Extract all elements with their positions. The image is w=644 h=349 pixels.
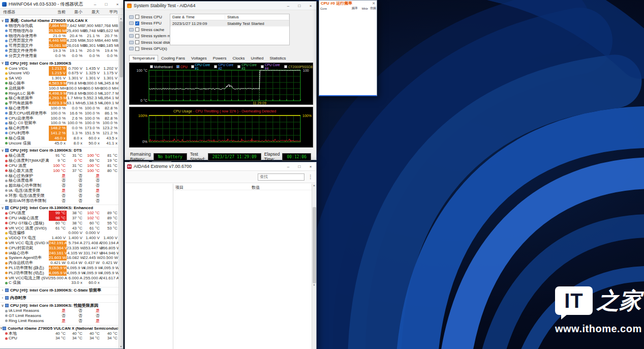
hwinfo-row[interactable]: VR VCC电流上限 (SVID)255.000 A6.000 A255.000…	[0, 276, 118, 281]
checkbox[interactable]	[150, 65, 153, 68]
hwinfo-row[interactable]: 环形: 电压/温度受限否否否	[0, 193, 118, 198]
hwinfo-row[interactable]: IA: 电压/温度受限是否是	[0, 188, 118, 193]
close-icon[interactable]: ✕	[372, 2, 375, 6]
expand-arrow-icon[interactable]: ›	[0, 288, 5, 292]
hwinfo-row[interactable]: 最大CPU/线程使用率100.0 %16.6 %100.0 %86.1 %	[0, 111, 118, 116]
hwinfo-row[interactable]: CPU封装功耗313.364 W23.335 W353.447 W266.805…	[0, 246, 118, 251]
checkbox[interactable]	[284, 65, 287, 68]
legend-item[interactable]: CPU Core #3	[237, 63, 257, 70]
col-status[interactable]: Status	[225, 15, 289, 19]
close-button[interactable]: ×	[305, 162, 316, 170]
minimize-button[interactable]: –	[89, 0, 101, 8]
hwinfo-row[interactable]: C 倍频33.0 x60.0 x	[0, 280, 118, 285]
hwinfo-row[interactable]: Uncore VID1.215 V0.675 V1.325 V1.175 V	[0, 71, 118, 76]
hwinfo-row[interactable]: 核心最大温度100 °C37 °C100 °C80 °C	[0, 168, 118, 173]
checkbox[interactable]	[191, 65, 194, 68]
col-current[interactable]: 当前	[49, 9, 67, 15]
hwinfo-row[interactable]: VDDQ TX 电压1.400 V1.400 V1.400 V1.400 V	[0, 236, 118, 241]
hwinfo-row[interactable]: 电压偏移0.000 V0.000 V	[0, 230, 118, 236]
col-item[interactable]: 项目	[173, 185, 250, 190]
hwinfo-row[interactable]: 核心温度临界否否否	[0, 178, 118, 183]
hwinfo-row[interactable]: SA VID1.301 V1.301 V1.301 V1.301 V	[0, 76, 118, 81]
minimize-button[interactable]: –	[283, 2, 294, 10]
legend-item[interactable]: CPU Core #2	[214, 63, 234, 70]
close-button[interactable]: ×	[112, 0, 123, 8]
hwinfo-row[interactable]: 页面文件使用率19.3 %19.1 %20.0 %19.4 %	[0, 48, 118, 53]
hwinfo-scrollbar[interactable]: ▲▼	[118, 16, 123, 348]
hwinfo-row[interactable]: CPU 温度100 °C31 °C100 °C81 °C	[0, 163, 118, 168]
col-min[interactable]: 最小	[67, 9, 83, 15]
hwinfo-section-header[interactable]: ›CPU [#0]: Intel Core i9-13900KS: C-Stat…	[0, 287, 118, 293]
hwinfo-row[interactable]: CPU总使用率100.0 %2.6 %100.0 %82.8 %	[0, 116, 118, 121]
hwinfo-titlebar[interactable]: HWiNFO64 v8.03-5330 - 传感器状态 – □ ×	[0, 0, 123, 9]
hwinfo-section-header[interactable]: ∨系统: Colorful iGame Z790D5 VULCAN X	[0, 17, 118, 23]
hwinfo-section-header[interactable]: ∨Colorful iGame Z790D5 VULCAN X (Nationa…	[0, 325, 118, 331]
hwinfo-row[interactable]: PL1功率限制 (静态)4,095.9 W4,095.9 W4,095.9 W4…	[0, 266, 118, 271]
hwinfo-row[interactable]: 分页文件使用量0.0 %0.0 %0.0 %0.0 %	[0, 53, 118, 59]
tab-voltages[interactable]: Voltages	[188, 55, 210, 62]
hwinfo-row[interactable]: 核心有效频率4,293.5 M...1.7 MHz5,552.3 M...3,9…	[0, 96, 118, 101]
hwinfo-row[interactable]: VR VCC 电流 (SVID IOUT)242.191 A5.794 A271…	[0, 241, 118, 246]
expand-arrow-icon[interactable]: ∨	[0, 206, 5, 210]
maximize-button[interactable]: □	[294, 162, 305, 170]
checkbox[interactable]	[135, 34, 139, 38]
hwinfo-row[interactable]: 超出IA/环形功率限制否否否	[0, 198, 118, 203]
tab-clocks[interactable]: Clocks	[229, 55, 248, 62]
hwinfo-row[interactable]: Uncore 倍频45.0 x8.0 x50.0 x41.1 x	[0, 141, 118, 146]
hwinfo-section-header[interactable]: ∨CPU [#0]: Intel Core i9-13900KS: DTS	[0, 147, 118, 153]
hwinfo-row[interactable]: 核心利用率148.2 %0.0 %173.0 %123.2 %	[0, 126, 118, 131]
tab-temperature[interactable]: Temperature	[129, 55, 158, 62]
col-value[interactable]: 数值	[250, 185, 316, 190]
corefreq-titlebar[interactable]: CPU #0 运行频率 ✕	[319, 1, 377, 6]
col-datetime[interactable]: Date & Time	[170, 15, 225, 19]
hwinfo-row[interactable]: 平均有效频率4,023.3 M...63.1 MHz5,138.5 M...4,…	[0, 101, 118, 106]
hwinfo-row[interactable]: 总线频率100.0 MHz100.0 MHz100.0 MHz100.0 MHz	[0, 86, 118, 91]
sst-titlebar[interactable]: System Stability Test - AIDA64 – □ ×	[125, 2, 316, 10]
aida-titlebar[interactable]: 64 AIDA64 Extreme v7.00.6700 – □ ×	[125, 162, 316, 171]
minimize-button[interactable]: –	[283, 162, 294, 170]
hwinfo-row[interactable]: 超出核心功率限制否否否	[0, 183, 118, 188]
hwinfo-section-header[interactable]: ∨CPU [#0]: Intel Core i9-13900KS	[0, 60, 118, 66]
expand-arrow-icon[interactable]: ∨	[0, 19, 5, 23]
tab-powers[interactable]: Powers	[210, 55, 230, 62]
legend-item[interactable]: Motherboard	[150, 65, 173, 69]
hwinfo-row[interactable]: 核心 C0 驻留率100.0 %100.0 %100.0 %100.0 %	[0, 121, 118, 126]
expand-arrow-icon[interactable]: ∨	[0, 61, 5, 65]
tab-unified[interactable]: Unified	[248, 55, 266, 62]
hwinfo-row[interactable]: 核心过热保护是否是	[0, 173, 118, 179]
event-log-row[interactable]: 2023/1/27 11:29:09Stability Test Started	[170, 20, 289, 26]
hwinfo-row[interactable]: 核心频率4,583.9 M...799.8 MHz6,000.0 M...4,3…	[0, 81, 118, 86]
checkbox[interactable]	[135, 15, 139, 19]
tab-statistics[interactable]: Statistics	[266, 55, 289, 62]
expand-arrow-icon[interactable]: ∨	[0, 149, 5, 153]
hwinfo-section-header[interactable]: ›内存时序	[0, 295, 118, 301]
hwinfo-row[interactable]: CPU IA核心温度98 °C37 °C102 °C89 °C	[0, 216, 118, 221]
legend-item[interactable]: CT2000P5SSD8	[284, 65, 313, 69]
expand-arrow-icon[interactable]: ›	[0, 296, 5, 300]
checkbox[interactable]	[214, 65, 217, 68]
stress-option[interactable]: Stress GPU(s)	[129, 46, 182, 52]
close-button[interactable]: ×	[305, 2, 316, 10]
hwinfo-row[interactable]: VR VCC 温度 (SVID)61 °C43 °C61 °C53 °C	[0, 226, 118, 231]
hwinfo-row[interactable]: CPU34 °C34 °C34 °C34 °C	[0, 336, 118, 341]
hwinfo-row[interactable]: 核心使用率100.0 %0.0 %100.0 %82.8 %	[0, 106, 118, 111]
hwinfo-row[interactable]: 核心温度到TjMAX距离9 °C0 °C69 °C19 °C	[0, 158, 118, 163]
hwinfo-row[interactable]: Core VIDs1.213 V0.700 V1.435 V1.202 V	[0, 66, 118, 71]
hwinfo-row[interactable]: CPU利用率141.2 %1.3 %151.5 %121.2 %	[0, 131, 118, 136]
checkbox[interactable]: ✓	[135, 21, 139, 25]
hwinfo-row[interactable]: 内存总线功率0.421 W0.414 W0.437 W0.421 W	[0, 260, 118, 266]
checkbox[interactable]	[261, 65, 264, 68]
col-sensor[interactable]: 传感器	[0, 9, 49, 15]
hwinfo-row[interactable]: 物理内存负载7,864 MB7,642 MB7,900 MB7,768 MB	[0, 23, 118, 28]
tab-cooling-fans[interactable]: Cooling Fans	[158, 55, 188, 62]
hwinfo-row[interactable]: CPU GT核心 (显核)60 °C38 °C60 °C55 °C	[0, 221, 118, 226]
hwinfo-row[interactable]: System Agent功率21.603 W16.082 W22.445 W20…	[0, 255, 118, 260]
hwinfo-row[interactable]: IA核心功率240.161 W4.105 W331.747 W244.946 W	[0, 251, 118, 256]
checkbox[interactable]: ✓	[176, 65, 179, 68]
checkbox[interactable]	[135, 47, 139, 51]
hwinfo-row[interactable]: 物理内存使用率21.0 %20.4 %21.1 %20.7 %	[0, 34, 118, 39]
hwinfo-row[interactable]: 本地40 °C40 °C40 °C40 °C	[0, 331, 118, 336]
maximize-button[interactable]: □	[101, 0, 112, 8]
hwinfo-row[interactable]: 核心温度91 °C31 °C100 °C81 °C	[0, 153, 118, 158]
hwinfo-section-header[interactable]: ∨CPU [#0]: Intel Core i9-13900KS: 性能受限原因	[0, 302, 118, 308]
